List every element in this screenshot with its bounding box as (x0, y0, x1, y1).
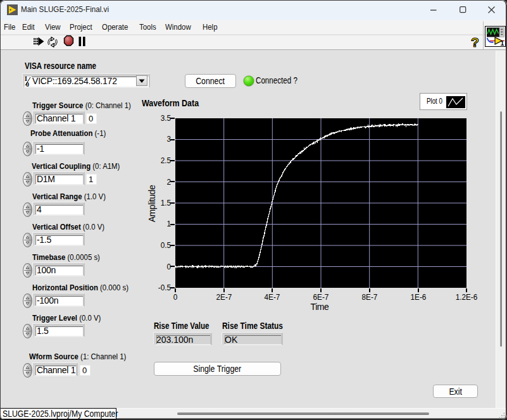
svg-text:1: 1 (501, 39, 504, 47)
